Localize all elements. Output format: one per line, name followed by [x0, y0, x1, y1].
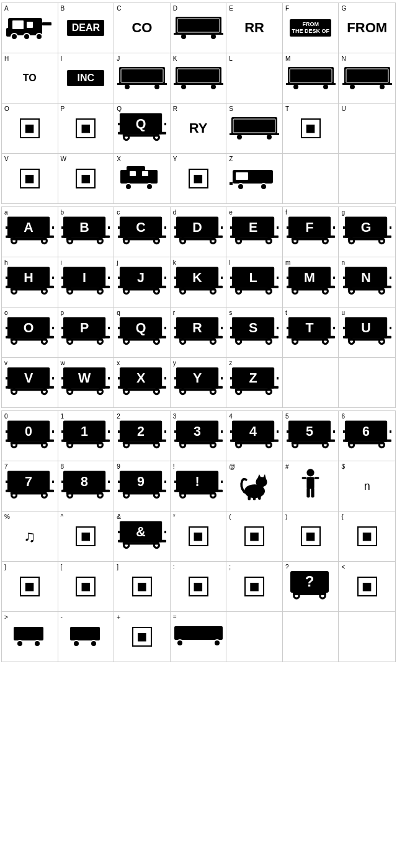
svg-rect-385 [348, 442, 385, 445]
svg-point-460 [17, 640, 23, 647]
svg-rect-115 [291, 238, 328, 241]
grid-cell: ERR [226, 3, 283, 53]
cell-label: V [4, 156, 9, 162]
grid-cell: ;■ [226, 562, 283, 611]
svg-rect-148 [108, 277, 110, 279]
svg-text:Y: Y [192, 371, 201, 386]
cell-content: S [230, 316, 279, 349]
svg-rect-355 [179, 442, 215, 445]
cell-label: R [173, 105, 177, 112]
grid-cell: 8 8 [58, 461, 115, 511]
svg-text:5: 5 [306, 424, 313, 439]
svg-rect-465 [174, 626, 223, 640]
svg-rect-157 [118, 277, 120, 279]
cell-content: ■ [244, 577, 264, 596]
svg-text:I: I [83, 270, 86, 285]
cell-label: d [173, 209, 177, 216]
grid-cell: HTO [2, 53, 58, 103]
svg-rect-296 [118, 386, 166, 389]
grid-cell [283, 358, 339, 407]
svg-rect-146 [61, 286, 110, 288]
cell-content: I [61, 265, 110, 299]
cell-label: G [341, 5, 346, 12]
cell-content: ■ [357, 526, 377, 546]
svg-rect-277 [6, 377, 7, 379]
svg-text:!: ! [195, 474, 199, 489]
svg-rect-458 [293, 593, 326, 595]
cell-content: ■ [189, 169, 208, 188]
svg-rect-51 [142, 171, 148, 176]
cell-content: ? [289, 570, 332, 603]
cell-label: ? [285, 564, 289, 570]
svg-rect-267 [343, 327, 345, 329]
grid-row: 7 7 8 8 9 9 ! [2, 461, 395, 512]
svg-text:U: U [361, 321, 370, 335]
svg-rect-297 [118, 377, 120, 379]
cell-label: { [341, 513, 343, 520]
grid-cell: J [114, 53, 171, 103]
svg-rect-306 [174, 386, 223, 389]
svg-rect-278 [52, 377, 54, 379]
grid-row: %♫^■& & *■(■)■{■ [2, 512, 395, 562]
svg-rect-237 [174, 327, 176, 329]
svg-text:B: B [80, 220, 89, 235]
cell-label: 0 [4, 413, 8, 420]
cell-label: ! [173, 463, 175, 470]
cell-label: l [229, 259, 230, 266]
grid-cell: g G [339, 207, 395, 257]
cell-content: X [118, 366, 166, 399]
svg-rect-428 [221, 480, 223, 483]
svg-rect-128 [390, 226, 391, 229]
grid-cell: d D [171, 207, 227, 257]
grid-cell: ^■ [58, 512, 115, 561]
grid-cell: o O [2, 308, 58, 357]
cell-label: u [341, 309, 345, 316]
svg-text:J: J [137, 270, 145, 285]
cell-content: 5 [287, 419, 335, 453]
cell-label: } [4, 564, 6, 570]
cell-content: ■ [20, 577, 40, 596]
svg-rect-24 [290, 69, 332, 82]
svg-rect-434 [252, 495, 256, 500]
svg-point-57 [261, 184, 267, 190]
grid-cell: 3 3 [171, 411, 227, 461]
grid-cell: GFROM [339, 3, 395, 53]
cell-content [238, 468, 272, 505]
svg-rect-19 [177, 69, 220, 82]
svg-rect-1 [12, 20, 24, 29]
cell-content: FROMTHE DESK OF [290, 19, 331, 37]
svg-text:A: A [24, 220, 33, 235]
grid-cell: *■ [171, 512, 227, 561]
cell-content: H [6, 265, 54, 299]
svg-rect-375 [291, 442, 328, 445]
cell-content: ■ [189, 526, 208, 546]
svg-text:V: V [24, 371, 33, 386]
cell-content: M [287, 265, 335, 299]
cell-label: q [117, 309, 120, 316]
cell-content: N [343, 265, 391, 299]
grid-cell: %♫ [2, 512, 58, 561]
svg-rect-216 [61, 336, 110, 339]
svg-text:C: C [136, 220, 145, 235]
svg-rect-265 [348, 339, 385, 341]
cell-content: ■ [301, 526, 321, 546]
grid-row: }■[■]■:■;■? ? <■ [2, 562, 395, 612]
cell-label: X [117, 156, 121, 162]
cell-content: ♫ [24, 527, 36, 546]
grid-row: > - +■= [2, 612, 395, 662]
grid-row: v V w W x X y [2, 358, 395, 407]
svg-rect-118 [333, 226, 335, 229]
cell-label: H [4, 55, 9, 62]
cell-label: - [61, 614, 63, 621]
cell-label: m [285, 259, 290, 266]
svg-rect-158 [164, 277, 166, 279]
grid-cell: i I [58, 257, 115, 307]
grid-cell: 1 1 [58, 411, 115, 461]
grid-cell: BDEAR [58, 3, 115, 53]
svg-rect-377 [287, 430, 288, 433]
cell-label: U [341, 105, 346, 112]
cell-label: h [4, 259, 8, 266]
svg-rect-106 [230, 236, 279, 238]
grid-cell: & & [114, 512, 171, 561]
svg-text:Z: Z [249, 371, 257, 386]
